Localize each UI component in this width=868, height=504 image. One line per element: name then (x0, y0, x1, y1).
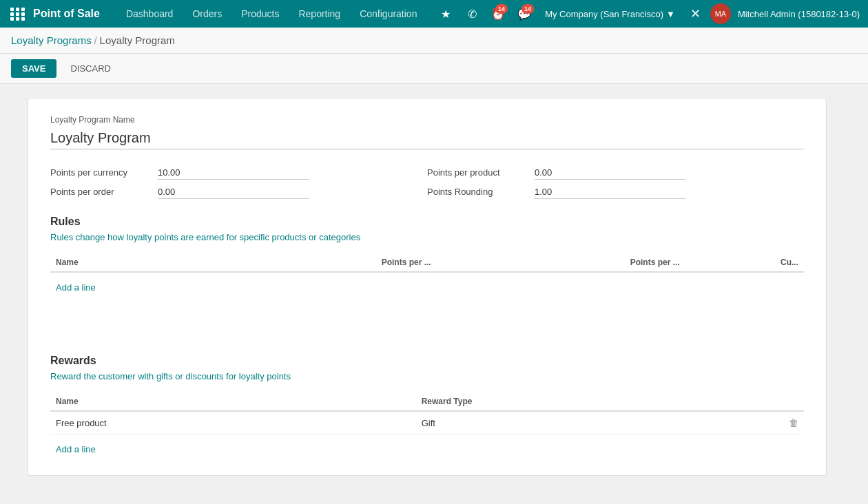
breadcrumb-separator: / (94, 35, 97, 46)
points-rounding-field: Points Rounding (427, 185, 804, 199)
points-per-order-label: Points per order (50, 187, 147, 197)
rules-table: Name Points per ... Points per ... Cu... (50, 253, 804, 273)
nav-products[interactable]: Products (231, 0, 289, 28)
points-per-order-field: Points per order (50, 185, 427, 199)
topbar: Point of Sale Dashboard Orders Products … (0, 0, 868, 28)
table-row[interactable]: Free product Gift 🗑 (50, 411, 804, 434)
points-rounding-group: Points Rounding (427, 185, 804, 199)
nav-dashboard[interactable]: Dashboard (116, 0, 183, 28)
reward-name: Free product (50, 411, 416, 434)
user-name: Mitchell Admin (1580182-13-0) (735, 9, 862, 19)
points-per-product-field: Points per product (427, 166, 804, 180)
rewards-add-line[interactable]: Add a line (50, 440, 101, 459)
company-dropdown-icon: ▼ (666, 9, 675, 19)
company-selector[interactable]: My Company (San Francisco) ▼ (539, 9, 681, 19)
reward-type: Gift (416, 411, 782, 434)
points-per-product-input[interactable] (535, 166, 686, 180)
points-rounding-label: Points Rounding (427, 187, 524, 197)
rewards-section-title: Rewards (50, 355, 804, 367)
reward-delete-col: 🗑 (782, 411, 804, 434)
points-per-currency-input[interactable] (158, 166, 309, 180)
points-per-product-group: Points per product (427, 166, 804, 180)
program-name-input[interactable] (50, 127, 804, 149)
star-icon-button[interactable]: ★ (435, 3, 457, 25)
rules-empty-space (50, 297, 804, 338)
chat-icon-button[interactable]: 💬 14 (513, 3, 535, 25)
rules-section-desc: Rules change how loyalty points are earn… (50, 232, 804, 242)
clock-badge: 14 (495, 4, 508, 14)
nav-configuration[interactable]: Configuration (350, 0, 426, 28)
rules-col-cu: Cu... (685, 253, 804, 272)
apps-menu-button[interactable] (6, 1, 30, 26)
rules-col-name: Name (50, 253, 188, 272)
points-per-currency-field: Points per currency (50, 166, 427, 180)
discard-button[interactable]: DISCARD (62, 59, 119, 78)
chat-badge: 14 (521, 4, 534, 14)
rules-table-header: Name Points per ... Points per ... Cu... (50, 253, 804, 272)
main-content: Loyalty Program Name Points per currency… (0, 84, 868, 504)
rewards-col-delete (782, 392, 804, 411)
nav-orders[interactable]: Orders (183, 0, 231, 28)
rewards-table-body: Free product Gift 🗑 (50, 411, 804, 434)
points-rounding-input[interactable] (535, 185, 686, 199)
rewards-section-desc: Reward the customer with gifts or discou… (50, 371, 804, 381)
company-name: My Company (San Francisco) (545, 9, 663, 19)
top-navigation: Dashboard Orders Products Reporting Conf… (116, 0, 435, 28)
points-per-currency-group: Points per currency (50, 166, 427, 180)
form-toolbar: SAVE DISCARD (0, 54, 868, 84)
close-button[interactable]: ✕ (685, 6, 706, 21)
app-title: Point of Sale (33, 8, 100, 20)
breadcrumb-current: Loyalty Program (100, 34, 175, 46)
points-per-currency-label: Points per currency (50, 167, 147, 178)
breadcrumb-parent[interactable]: Loyalty Programs (11, 34, 92, 46)
topbar-actions: ★ ✆ ⏰ 14 💬 14 My Company (San Francisco)… (435, 3, 862, 25)
points-per-order-input[interactable] (158, 185, 309, 199)
program-name-label: Loyalty Program Name (50, 115, 804, 125)
apps-grid-icon (10, 8, 25, 21)
rewards-col-type: Reward Type (416, 392, 782, 411)
points-row-1: Points per currency Points per product (50, 166, 804, 180)
rules-add-line[interactable]: Add a line (50, 278, 101, 297)
points-row-2: Points per order Points Rounding (50, 185, 804, 199)
save-button[interactable]: SAVE (11, 59, 56, 78)
breadcrumb: Loyalty Programs / Loyalty Program (0, 28, 868, 54)
clock-icon-button[interactable]: ⏰ 14 (487, 3, 509, 25)
rewards-table-header: Name Reward Type (50, 392, 804, 411)
form-card: Loyalty Program Name Points per currency… (28, 98, 827, 476)
program-name-field: Loyalty Program Name (50, 115, 804, 149)
phone-icon-button[interactable]: ✆ (461, 3, 483, 25)
rules-section-title: Rules (50, 216, 804, 228)
points-per-product-label: Points per product (427, 167, 524, 178)
rewards-table: Name Reward Type Free product Gift 🗑 (50, 392, 804, 434)
delete-icon[interactable]: 🗑 (789, 417, 798, 428)
points-per-order-group: Points per order (50, 185, 427, 199)
nav-reporting[interactable]: Reporting (289, 0, 350, 28)
rewards-col-name: Name (50, 392, 416, 411)
rules-col-points-product: Points per ... (437, 253, 685, 272)
rules-col-points-currency: Points per ... (188, 253, 437, 272)
avatar[interactable]: MA (710, 3, 731, 24)
